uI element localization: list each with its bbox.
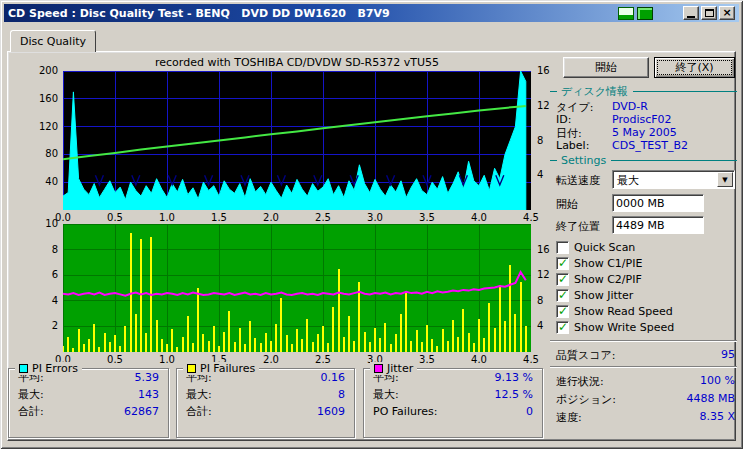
stat-label: 合計: bbox=[186, 404, 212, 419]
stat-value: 1609 bbox=[317, 405, 345, 418]
stat-row: 最大:12.5 % bbox=[364, 386, 542, 403]
window-title: CD Speed : Disc Quality Test - BENQ DVD … bbox=[8, 7, 615, 20]
transfer-speed-value: 最大 bbox=[613, 171, 716, 188]
checkbox-box[interactable] bbox=[556, 241, 569, 254]
disc-id-value: ProdiscF02 bbox=[612, 113, 672, 126]
top-chart-x-axis: 0.00.51.01.52.02.53.03.54.04.5 bbox=[63, 212, 531, 224]
start-position-field[interactable] bbox=[612, 194, 704, 212]
disc-date-value: 5 May 2005 bbox=[612, 126, 677, 139]
window-controls: × bbox=[681, 6, 735, 20]
checkbox-show-c2-pif[interactable]: Show C2/PIF bbox=[556, 272, 642, 286]
stat-label: 最大: bbox=[18, 387, 44, 402]
checkbox-label[interactable]: Quick Scan bbox=[574, 241, 635, 254]
maximize-button[interactable] bbox=[701, 6, 717, 20]
quality-score-label: 品質スコア: bbox=[556, 348, 615, 363]
tab-label: Disc Quality bbox=[20, 35, 86, 48]
stat-value: 12.5 % bbox=[495, 388, 533, 401]
checkbox-box[interactable] bbox=[556, 289, 569, 302]
end-position-label: 終了位置 bbox=[556, 219, 600, 234]
pi-failures-color-swatch bbox=[187, 364, 196, 373]
disc-info-header-label: ディスク情報 bbox=[561, 84, 628, 99]
maximize-icon bbox=[705, 9, 714, 17]
exit-button[interactable]: 終了(X) bbox=[654, 57, 735, 78]
speed-label: 速度: bbox=[556, 410, 582, 425]
disc-id-label: ID: bbox=[556, 113, 571, 126]
speed-value: 8.35 X bbox=[620, 410, 735, 423]
checkbox-show-write-speed[interactable]: Show Write Speed bbox=[556, 320, 674, 334]
stat-row: 合計:1609 bbox=[177, 403, 354, 420]
separator bbox=[550, 366, 737, 368]
jitter-color-swatch bbox=[374, 364, 383, 373]
jitter-legend: Jitter bbox=[370, 362, 417, 375]
checkbox-box[interactable] bbox=[556, 321, 569, 334]
disc-label-label: Label: bbox=[556, 139, 589, 152]
checkbox-box[interactable] bbox=[556, 257, 569, 270]
header-line-left bbox=[550, 160, 557, 161]
bottom-chart-x-axis: 0.00.51.01.52.02.53.03.54.04.5 bbox=[63, 354, 531, 366]
stat-value: 143 bbox=[138, 388, 159, 401]
tab-disc-quality[interactable]: Disc Quality bbox=[10, 30, 96, 52]
top-chart-left-axis: 2001601208040 bbox=[32, 71, 60, 210]
end-position-field[interactable] bbox=[612, 216, 704, 234]
app-window: CD Speed : Disc Quality Test - BENQ DVD … bbox=[0, 0, 743, 449]
stat-row: 合計:62867 bbox=[9, 403, 168, 420]
checkbox-quick-scan[interactable]: Quick Scan bbox=[556, 240, 635, 254]
checkbox-label[interactable]: Show C1/PIE bbox=[574, 257, 642, 270]
dropdown-button[interactable]: ▼ bbox=[717, 172, 733, 187]
close-icon: × bbox=[722, 8, 731, 18]
pi-failures-panel: PI Failures 平均:0.16 最大:8 合計:1609 bbox=[176, 368, 355, 438]
checkbox-box[interactable] bbox=[556, 305, 569, 318]
checkbox-label[interactable]: Show C2/PIF bbox=[574, 273, 642, 286]
checkbox-label[interactable]: Show Read Speed bbox=[574, 305, 673, 318]
start-position-label: 開始 bbox=[556, 197, 578, 212]
minimize-button[interactable] bbox=[683, 6, 699, 20]
disc-info-header: ディスク情報 bbox=[550, 85, 737, 97]
close-button[interactable]: × bbox=[719, 6, 735, 20]
pi-errors-legend: PI Errors bbox=[15, 362, 82, 375]
position-value: 4488 MB bbox=[620, 392, 735, 405]
checkbox-show-jitter[interactable]: Show Jitter bbox=[556, 288, 633, 302]
checkbox-label[interactable]: Show Write Speed bbox=[574, 321, 674, 334]
stat-value: 9.13 % bbox=[495, 371, 533, 384]
start-button-label: 開始 bbox=[595, 60, 617, 75]
settings-header: Settings bbox=[550, 154, 737, 166]
stat-label: 最大: bbox=[373, 387, 399, 402]
stat-value: 0.16 bbox=[321, 371, 346, 384]
stat-value: 0 bbox=[526, 405, 533, 418]
settings-header-label: Settings bbox=[561, 154, 606, 167]
stat-label: PO Failures: bbox=[373, 405, 437, 418]
checkbox-label[interactable]: Show Jitter bbox=[574, 289, 633, 302]
checkbox-show-c1-pie[interactable]: Show C1/PIE bbox=[556, 256, 642, 270]
stat-value: 5.39 bbox=[135, 371, 160, 384]
recorded-with-note: recorded with TOSHIBA CD/DVDW SD-R5372 v… bbox=[63, 56, 531, 69]
separator bbox=[550, 340, 737, 342]
minimize-icon bbox=[687, 16, 695, 18]
header-line-right bbox=[633, 91, 737, 92]
transfer-speed-label: 転送速度 bbox=[556, 173, 600, 188]
stat-value: 62867 bbox=[124, 405, 159, 418]
jitter-panel: Jitter 平均:9.13 % 最大:12.5 % PO Failures:0 bbox=[363, 368, 543, 438]
progress-value: 100 % bbox=[620, 374, 735, 387]
copy-graph-icon[interactable] bbox=[618, 7, 634, 20]
position-label: ポジション: bbox=[556, 392, 616, 407]
quality-score-value: 95 bbox=[620, 348, 735, 361]
stat-row: 最大:8 bbox=[177, 386, 354, 403]
checkbox-box[interactable] bbox=[556, 273, 569, 286]
stat-value: 8 bbox=[338, 388, 345, 401]
progress-label: 進行状況: bbox=[556, 374, 604, 389]
stat-label: 最大: bbox=[186, 387, 212, 402]
save-graph-icon[interactable] bbox=[637, 7, 653, 20]
pi-failures-jitter-chart bbox=[63, 224, 531, 352]
stat-row: PO Failures:0 bbox=[364, 403, 542, 420]
bottom-chart-right-axis: 161284 bbox=[534, 224, 556, 352]
pi-errors-title: PI Errors bbox=[32, 362, 78, 375]
checkbox-show-read-speed[interactable]: Show Read Speed bbox=[556, 304, 673, 318]
header-line-left bbox=[550, 91, 557, 92]
stat-label: 合計: bbox=[18, 404, 44, 419]
transfer-speed-select[interactable]: 最大 ▼ bbox=[612, 170, 735, 189]
pi-errors-color-swatch bbox=[19, 364, 28, 373]
header-line-right bbox=[611, 160, 737, 161]
titlebar[interactable]: CD Speed : Disc Quality Test - BENQ DVD … bbox=[4, 4, 739, 22]
start-button[interactable]: 開始 bbox=[563, 57, 649, 78]
stat-row: 最大:143 bbox=[9, 386, 168, 403]
